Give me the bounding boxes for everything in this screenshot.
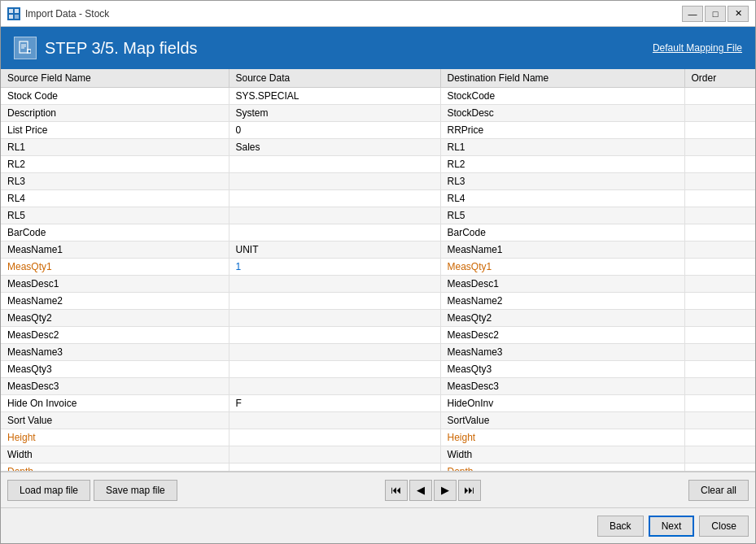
cell-order	[684, 88, 755, 105]
table-row[interactable]: DescriptionSystemStockDesc	[1, 105, 755, 122]
save-map-button[interactable]: Save map file	[94, 480, 177, 501]
default-mapping-link[interactable]: Default Mapping File	[653, 42, 742, 54]
app-icon	[7, 7, 20, 20]
table-row[interactable]: Hide On InvoiceFHideOnInv	[1, 395, 755, 412]
cell-dest: MeasDesc1	[440, 276, 684, 293]
cell-source: BarCode	[1, 224, 229, 242]
table-row[interactable]: RL5RL5	[1, 207, 755, 224]
cell-order	[684, 139, 755, 156]
field-mapping-table-container: Source Field Name Source Data Destinatio…	[1, 69, 755, 472]
cell-data	[229, 429, 440, 446]
table-header-row: Source Field Name Source Data Destinatio…	[1, 69, 755, 88]
cell-dest: SortValue	[440, 412, 684, 429]
cell-data	[229, 190, 440, 207]
table-row[interactable]: RL2RL2	[1, 156, 755, 173]
header-title-group: STEP 3/5. Map fields	[14, 37, 198, 59]
footer-toolbar: Load map file Save map file ⏮ ◀ ▶ ⏭ Clea…	[1, 472, 755, 507]
cell-data	[229, 207, 440, 224]
maximize-button[interactable]: □	[705, 6, 726, 22]
table-row[interactable]: Stock CodeSYS.SPECIALStockCode	[1, 88, 755, 105]
cell-dest: HideOnInv	[440, 395, 684, 412]
table-row[interactable]: RL3RL3	[1, 173, 755, 190]
svg-rect-2	[9, 15, 13, 19]
cell-source: Height	[1, 429, 229, 446]
cell-source: Description	[1, 105, 229, 122]
close-window-button[interactable]: ✕	[728, 6, 749, 22]
cell-dest: MeasQty2	[440, 310, 684, 327]
cell-source: MeasName1	[1, 242, 229, 259]
cell-order	[684, 276, 755, 293]
window-controls: — □ ✕	[682, 6, 749, 22]
table-row[interactable]: List Price0RRPrice	[1, 122, 755, 139]
table-row[interactable]: HeightHeight	[1, 429, 755, 446]
cell-data: 0	[229, 122, 440, 139]
cell-data	[229, 327, 440, 344]
cell-dest: MeasDesc3	[440, 378, 684, 395]
svg-rect-3	[15, 15, 19, 19]
cell-source: Sort Value	[1, 412, 229, 429]
table-row[interactable]: Sort ValueSortValue	[1, 412, 755, 429]
next-button[interactable]: Next	[649, 516, 695, 537]
footer-actions: Back Next Close	[1, 507, 755, 543]
load-map-button[interactable]: Load map file	[7, 480, 90, 501]
cell-order	[684, 293, 755, 310]
cell-order	[684, 259, 755, 276]
svg-rect-1	[15, 9, 19, 13]
cell-source: MeasQty3	[1, 361, 229, 378]
col-header-order: Order	[684, 69, 755, 88]
table-row[interactable]: MeasDesc1MeasDesc1	[1, 276, 755, 293]
table-row[interactable]: MeasName2MeasName2	[1, 293, 755, 310]
table-row[interactable]: MeasQty3MeasQty3	[1, 361, 755, 378]
cell-source: Hide On Invoice	[1, 395, 229, 412]
last-button[interactable]: ⏭	[458, 480, 481, 501]
cell-source: MeasDesc3	[1, 378, 229, 395]
cell-order	[684, 446, 755, 463]
cell-source: MeasName2	[1, 293, 229, 310]
cell-data	[229, 173, 440, 190]
cell-order	[684, 224, 755, 242]
cell-dest: RL3	[440, 173, 684, 190]
cell-source: MeasQty2	[1, 310, 229, 327]
cell-dest: MeasQty3	[440, 361, 684, 378]
cell-data	[229, 293, 440, 310]
cell-source: RL1	[1, 139, 229, 156]
clear-all-button[interactable]: Clear all	[688, 480, 749, 501]
cell-order	[684, 310, 755, 327]
table-row[interactable]: MeasDesc3MeasDesc3	[1, 378, 755, 395]
table-row[interactable]: MeasQty2MeasQty2	[1, 310, 755, 327]
cell-source: RL2	[1, 156, 229, 173]
cell-data	[229, 463, 440, 472]
table-row[interactable]: MeasName3MeasName3	[1, 344, 755, 361]
table-row[interactable]: RL4RL4	[1, 190, 755, 207]
cell-dest: StockDesc	[440, 105, 684, 122]
table-row[interactable]: BarCodeBarCode	[1, 224, 755, 242]
header-bar: STEP 3/5. Map fields Default Mapping Fil…	[1, 27, 755, 69]
minimize-button[interactable]: —	[682, 6, 703, 22]
table-row[interactable]: MeasName1UNITMeasName1	[1, 242, 755, 259]
cell-order	[684, 190, 755, 207]
cell-dest: MeasName3	[440, 344, 684, 361]
col-header-source: Source Field Name	[1, 69, 229, 88]
table-row[interactable]: MeasQty11MeasQty1	[1, 259, 755, 276]
table-row[interactable]: DepthDepth	[1, 463, 755, 472]
cell-data: System	[229, 105, 440, 122]
cell-data	[229, 156, 440, 173]
back-button[interactable]: Back	[597, 516, 644, 537]
next-arrow-button[interactable]: ▶	[434, 480, 457, 501]
cell-order	[684, 156, 755, 173]
cell-data	[229, 361, 440, 378]
cell-order	[684, 105, 755, 122]
first-button[interactable]: ⏮	[385, 480, 408, 501]
cell-data	[229, 276, 440, 293]
cell-dest: Width	[440, 446, 684, 463]
cell-dest: RL4	[440, 190, 684, 207]
cell-order	[684, 378, 755, 395]
prev-button[interactable]: ◀	[409, 480, 432, 501]
close-button[interactable]: Close	[699, 516, 749, 537]
table-row[interactable]: RL1SalesRL1	[1, 139, 755, 156]
cell-dest: MeasDesc2	[440, 327, 684, 344]
cell-data: F	[229, 395, 440, 412]
table-row[interactable]: WidthWidth	[1, 446, 755, 463]
table-row[interactable]: MeasDesc2MeasDesc2	[1, 327, 755, 344]
cell-dest: BarCode	[440, 224, 684, 242]
